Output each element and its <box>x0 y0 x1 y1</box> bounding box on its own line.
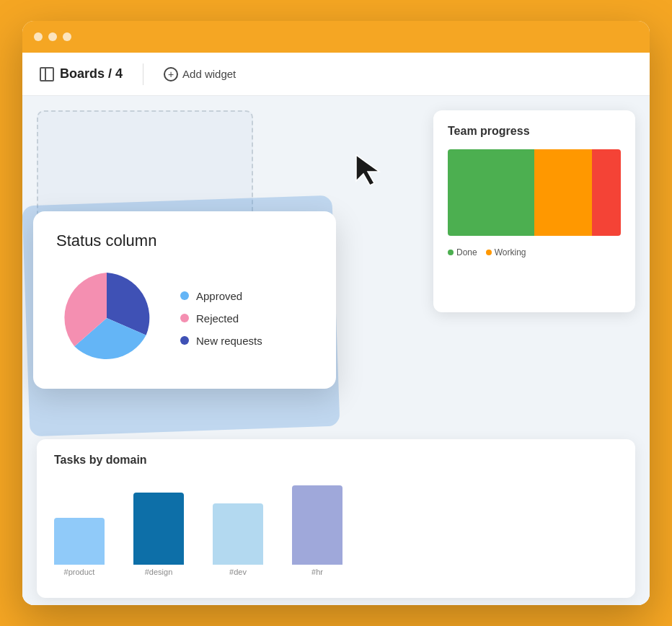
browser-content: Boards / 4 Add widget Team progress <box>22 53 650 605</box>
bar-dev <box>213 503 263 565</box>
bar-design <box>133 493 184 565</box>
bar-group-dev: #dev <box>213 503 263 576</box>
bar-hr <box>292 485 342 565</box>
chart-legend-row: Approved Rejected New requests <box>56 268 313 369</box>
legend-working: Working <box>486 247 526 257</box>
legend-done: Done <box>448 247 477 257</box>
pie-svg <box>56 268 157 369</box>
bar-product-label: #product <box>64 568 95 576</box>
legend-dot-done <box>448 250 454 255</box>
legend-new-requests: New requests <box>180 335 262 347</box>
legend-rejected-label: Rejected <box>196 312 239 325</box>
status-column-title: Status column <box>56 232 313 250</box>
bar-done <box>448 149 534 236</box>
toolbar-left: Boards / 4 <box>40 66 123 81</box>
bar-product <box>54 518 105 565</box>
toolbar: Boards / 4 Add widget <box>22 53 650 96</box>
status-column-card: Status column <box>33 211 336 389</box>
stacked-bar <box>448 149 621 236</box>
browser-window: Boards / 4 Add widget Team progress <box>22 21 650 605</box>
legend-circle-rejected <box>180 314 189 322</box>
bar-stuck <box>592 149 621 236</box>
legend-dot-working <box>486 250 492 255</box>
add-icon <box>164 67 178 81</box>
legend-working-label: Working <box>495 247 526 257</box>
add-widget-label: Add widget <box>182 68 236 80</box>
bar-group-product: #product <box>54 518 105 576</box>
dashboard-area: Team progress Done Working <box>22 96 650 605</box>
bar-working <box>534 149 592 236</box>
bar-chart: #product #design #dev #hr <box>54 478 618 579</box>
toolbar-breadcrumb: Boards / 4 <box>60 66 123 81</box>
traffic-light-2[interactable] <box>48 32 57 41</box>
traffic-light-3[interactable] <box>63 32 71 41</box>
bar-group-hr: #hr <box>292 485 342 576</box>
bar-group-design: #design <box>133 493 184 576</box>
bar-dev-label: #dev <box>229 568 247 576</box>
tasks-domain-card: Tasks by domain #product #design #dev <box>37 439 635 598</box>
tasks-domain-title: Tasks by domain <box>54 454 618 467</box>
legend-approved-label: Approved <box>196 290 242 302</box>
legend-new-requests-label: New requests <box>196 335 262 347</box>
add-widget-button[interactable]: Add widget <box>164 67 236 81</box>
boards-icon <box>40 67 54 81</box>
legend-rejected: Rejected <box>180 312 262 325</box>
title-bar <box>22 21 650 53</box>
team-progress-title: Team progress <box>448 125 621 138</box>
legend-circle-new-requests <box>180 336 189 345</box>
legend-approved: Approved <box>180 290 262 302</box>
team-progress-legend: Done Working <box>448 247 621 257</box>
legend-circle-approved <box>180 291 189 300</box>
team-progress-card: Team progress Done Working <box>433 110 635 312</box>
legend-list: Approved Rejected New requests <box>180 290 262 347</box>
traffic-light-1[interactable] <box>34 32 43 41</box>
cursor-svg <box>354 154 383 185</box>
legend-done-label: Done <box>456 247 477 257</box>
pie-chart <box>56 268 157 369</box>
bar-design-label: #design <box>145 568 173 576</box>
bar-hr-label: #hr <box>311 568 323 576</box>
toolbar-divider <box>143 63 143 85</box>
